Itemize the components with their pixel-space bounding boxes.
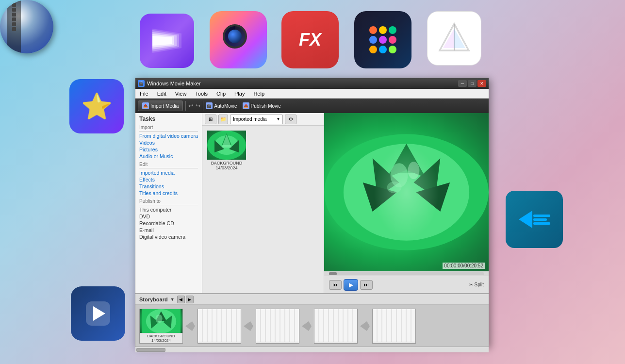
clip-4-video — [373, 309, 415, 342]
task-digital-video[interactable]: From digital video camera — [139, 133, 198, 139]
wmm-scrollbar-horizontal[interactable] — [135, 347, 489, 352]
svg-point-25 — [391, 163, 408, 187]
clip-3-video — [314, 309, 357, 342]
app-icon-imovie[interactable]: ⭐ — [69, 79, 124, 133]
clip-2-video — [256, 309, 299, 342]
clip-1-video — [198, 309, 241, 342]
task-videos[interactable]: Videos — [139, 140, 198, 146]
edit-section-label: Edit — [139, 162, 198, 168]
publish-section-label: Publish to — [139, 199, 198, 205]
wmm-title-text: Windows Movie Maker — [147, 81, 201, 86]
wmm-titlebar: 🎬 Windows Movie Maker ─ □ ✕ — [135, 78, 489, 89]
wmm-menubar: File Edit View Tools Clip Play Help — [135, 89, 489, 99]
app-icon-finalcut[interactable] — [140, 14, 194, 68]
wmm-maximize-btn[interactable]: □ — [468, 80, 477, 87]
publish-icon: 📤 — [243, 102, 249, 109]
wmm-toolbar: 📥 Import Media ↩ ↪ 🎬 AutoMovie 📤 Publish… — [135, 99, 489, 113]
storyboard-dropdown-arrow[interactable]: ▼ — [170, 297, 175, 302]
clip-3-label — [314, 342, 357, 343]
arrow-shape-3 — [302, 321, 312, 331]
wmm-menu-file[interactable]: File — [138, 90, 150, 98]
app-icon-prism[interactable] — [427, 11, 481, 66]
storyboard-header: Storyboard ▼ ◀ ▶ — [135, 294, 489, 305]
storyboard-nav-arrows: ◀ ▶ — [177, 296, 194, 303]
task-recordable-cd[interactable]: Recordable CD — [139, 220, 198, 226]
storyboard-next-btn[interactable]: ▶ — [186, 296, 194, 303]
task-this-computer[interactable]: This computer — [139, 207, 198, 213]
view-options-btn[interactable]: ⚙ — [285, 115, 296, 124]
wmm-menu-play[interactable]: Play — [232, 90, 247, 98]
import-media-icon: 📥 — [142, 102, 149, 109]
wmm-menu-clip[interactable]: Clip — [214, 90, 228, 98]
clip-4-label — [373, 342, 415, 343]
wmm-close-btn[interactable]: ✕ — [477, 80, 486, 87]
clip-0-svg — [140, 309, 182, 333]
task-dvd[interactable]: DVD — [139, 214, 198, 219]
storyboard-clip-3[interactable] — [314, 309, 358, 344]
task-transitions[interactable]: Transitions — [139, 183, 198, 189]
wmm-minimize-btn[interactable]: ─ — [458, 80, 467, 87]
preview-timeline[interactable] — [329, 272, 484, 275]
wmm-playback-controls: ⏮ ▶ ⏭ ✂ Split — [324, 276, 489, 293]
folder-btn[interactable]: 📁 — [218, 115, 228, 124]
view-thumbnails-btn[interactable]: ⊞ — [205, 115, 216, 124]
wmm-window-controls: ─ □ ✕ — [458, 80, 486, 87]
task-email[interactable]: E-mail — [139, 227, 198, 233]
wmm-storyboard: Storyboard ▼ ◀ ▶ — [135, 293, 489, 347]
scrollbar-thumb[interactable] — [136, 348, 165, 352]
motion-line-3 — [533, 222, 550, 225]
playback-rewind-btn[interactable]: ⏮ — [329, 280, 342, 290]
toolbar-undo[interactable]: ↩ — [188, 102, 193, 109]
filmstrip-4 — [373, 309, 415, 342]
wmm-menu-view[interactable]: View — [173, 90, 189, 98]
preview-plant-svg — [324, 113, 489, 271]
background-thumbnail — [207, 131, 246, 160]
toolbar-redo[interactable]: ↪ — [196, 102, 200, 109]
wmm-menu-tools[interactable]: Tools — [193, 90, 210, 98]
camera-lens — [223, 24, 247, 49]
split-btn[interactable]: ✂ Split — [469, 282, 484, 287]
split-icon: ✂ — [469, 282, 473, 287]
app-icon-davinci[interactable] — [354, 11, 411, 68]
app-icon-motionvfx[interactable] — [506, 191, 563, 248]
media-item-label: BACKGROUND 14/03/2024 — [211, 161, 243, 170]
davinci-logo — [364, 21, 401, 58]
storyboard-clip-0[interactable]: BACKGROUND 14/03/2024 — [139, 309, 183, 344]
task-digital-video-camera[interactable]: Digital video camera — [139, 234, 198, 240]
wmm-import-media-btn[interactable]: 📥 Import Media — [138, 100, 183, 111]
playback-ffwd-btn[interactable]: ⏭ — [360, 280, 373, 290]
import-section-label: Import — [139, 125, 198, 132]
motion-arrow — [519, 211, 532, 228]
wmm-publish-btn[interactable]: 📤 Publish Movie — [243, 102, 281, 109]
storyboard-label: Storyboard — [139, 297, 168, 302]
task-audio-music[interactable]: Audio or Music — [139, 153, 198, 159]
svg-point-26 — [408, 162, 419, 179]
svg-marker-18 — [395, 144, 419, 173]
wmm-menu-help[interactable]: Help — [251, 90, 266, 98]
automovie-icon: 🎬 — [206, 102, 213, 109]
arrow-shape-4 — [360, 321, 370, 331]
wmm-automovie-btn[interactable]: 🎬 AutoMovie — [206, 102, 237, 109]
storyboard-clip-2[interactable] — [256, 309, 299, 344]
media-item-background[interactable]: BACKGROUND 14/03/2024 — [207, 131, 246, 170]
task-imported-media[interactable]: Imported media — [139, 170, 198, 176]
app-icon-camera360[interactable] — [210, 11, 267, 68]
app-icon-fxfactory[interactable]: FX — [281, 11, 339, 68]
storyboard-clip-1[interactable] — [197, 309, 241, 344]
task-pictures[interactable]: Pictures — [139, 147, 198, 152]
action-play-icon — [86, 301, 110, 326]
imported-media-dropdown[interactable]: Imported media ▼ — [230, 115, 283, 124]
camera-lens-inner — [228, 30, 242, 43]
task-titles-credits[interactable]: Titles and credits — [139, 190, 198, 196]
storyboard-clip-4[interactable] — [372, 309, 416, 344]
svg-marker-21 — [373, 158, 399, 197]
preview-timecode: 00:00:00/00:20:52 — [443, 263, 485, 269]
playback-play-btn[interactable]: ▶ — [344, 279, 358, 291]
task-effects[interactable]: Effects — [139, 177, 198, 182]
app-icon-action-cam[interactable] — [71, 286, 125, 341]
clip-0-label: BACKGROUND 14/03/2024 — [140, 333, 182, 343]
storyboard-prev-btn[interactable]: ◀ — [177, 296, 185, 303]
svg-marker-19 — [402, 144, 426, 178]
toolbar-separator-1 — [185, 101, 186, 111]
wmm-menu-edit[interactable]: Edit — [155, 90, 168, 98]
